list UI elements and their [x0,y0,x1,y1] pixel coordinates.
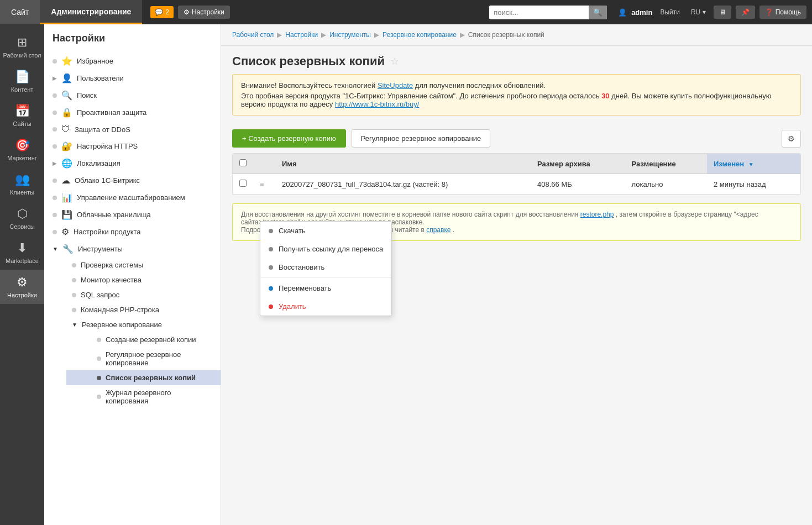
context-label-rename: Переименовать [279,284,331,292]
select-all-checkbox[interactable] [239,159,247,166]
context-menu-download[interactable]: Скачать [260,222,391,240]
nav-item-scale[interactable]: 📊 Управление масштабированием [44,189,221,206]
cloud-icon: ☁ [61,175,70,186]
nav-item-search[interactable]: 🔍 Поиск [44,87,221,104]
context-menu-restore[interactable]: Восстановить [260,258,391,276]
admin-tab[interactable]: Администрирование [40,0,142,24]
sidebar-item-marketplace[interactable]: ⬇ Marketplace [0,235,44,270]
sidebar-item-desktop[interactable]: ⊞ Рабочий стол [0,30,44,64]
context-menu-get-link[interactable]: Получить ссылку для переноса [260,240,391,258]
breadcrumb-settings[interactable]: Настройки [285,31,318,39]
row-size-cell: 408.66 МБ [531,174,625,195]
sidebar-item-settings[interactable]: ⚙ Настройки [0,270,44,304]
nav-item-product-settings[interactable]: ⚙ Настройки продукта [44,223,221,240]
marketing-label: Маркетинг [7,155,36,161]
scale-label: Управление масштабированием [77,193,185,202]
nav-item-create-backup[interactable]: Создание резервной копии [66,332,221,347]
breadcrumb-sep-1: ▶ [277,31,282,39]
user-area: 👤 admin Выйти RU ▾ 🖥 📌 ❓ Помощь [612,6,812,19]
settings-nav-button[interactable]: ⚙ Настройки [178,6,230,19]
settings-icon: ⚙ [17,275,28,290]
logout-button[interactable]: Выйти [657,6,683,18]
context-dot-restore [269,265,273,270]
context-label-delete: Удалить [279,302,306,311]
context-label-get-link: Получить ссылку для переноса [279,245,383,253]
marketplace-icon: ⬇ [17,241,27,255]
restore-php-link[interactable]: restore.php [580,211,614,218]
nav-dot-backup-log [97,395,101,399]
nav-dot-quality-monitor [72,278,76,282]
nav-item-tools[interactable]: ▼ 🔧 Инструменты [44,240,221,258]
nav-item-ddos[interactable]: 🛡 Защита от DDoS [44,121,221,138]
nav-item-backup-log[interactable]: Журнал резервного копирования [66,385,221,408]
nav-item-locale[interactable]: ▶ 🌐 Локализация [44,155,221,172]
nav-item-regular-backup[interactable]: Регулярное резервное копирование [66,347,221,370]
regular-backup-label: Регулярное резервное копирование [106,350,212,367]
breadcrumb-tools[interactable]: Инструменты [329,31,371,39]
page-header: Список резервных копий ☆ [221,46,812,74]
icon-sidebar: ⊞ Рабочий стол 📄 Контент 📅 Сайты 🎯 Марке… [0,24,44,525]
monitor-button[interactable]: 🖥 [714,6,731,19]
context-menu-delete[interactable]: Удалить [260,297,391,316]
nav-item-quality-monitor[interactable]: Монитор качества [55,272,221,287]
nav-item-sql-query[interactable]: SQL запрос [55,287,221,302]
nav-item-cloud-storage[interactable]: 💾 Облачные хранилища [44,206,221,223]
create-backup-button[interactable]: + Создать резервную копию [232,129,346,148]
row-location-cell: локально [625,174,707,195]
services-icon: ⬡ [17,207,28,221]
notifications-button[interactable]: 💬 2 [150,6,174,18]
alert-warning-text: Внимание! Воспользуйтесь технологией [241,81,375,90]
regular-backup-button[interactable]: Регулярное резервное копирование [352,129,490,148]
nav-item-favorites[interactable]: ⭐ Избранное [44,53,221,70]
sidebar-item-sites[interactable]: 📅 Сайты [0,98,44,133]
site-update-link[interactable]: SiteUpdate [378,81,413,90]
language-button[interactable]: RU ▾ [688,6,709,18]
context-menu: Скачать Получить ссылку для переноса Вос… [260,221,392,316]
gear-nav-icon: ⚙ [184,8,190,16]
user-icon: 👤 [618,8,627,17]
nav-item-system-check[interactable]: Проверка системы [55,258,221,272]
nav-item-backup-list[interactable]: Список резервных копий [66,370,221,385]
sites-label: Сайты [13,120,31,127]
nav-item-cloud[interactable]: ☁ Облако 1С-Битрикс [44,172,221,189]
alert-trial-days: 30 [601,92,609,100]
favorite-star-button[interactable]: ☆ [390,55,399,67]
nav-item-cmd-php[interactable]: Командная PHP-строка [55,302,221,317]
table-row: ≡ 20200727_080731_full_73da8104.tar.gz (… [233,174,800,195]
nav-item-https[interactable]: 🔐 Настройка HTTPS [44,138,221,155]
breadcrumb-desktop[interactable]: Рабочий стол [232,31,274,39]
nav-item-proactive[interactable]: 🔒 Проактивная защита [44,104,221,121]
context-menu-rename[interactable]: Переименовать [260,279,391,297]
search-input[interactable] [489,6,589,19]
row-drag-cell[interactable]: ≡ [253,174,275,195]
services-label: Сервисы [9,223,35,230]
sidebar-item-content[interactable]: 📄 Контент [0,64,44,98]
tools-icon: 🔧 [62,244,74,254]
doc-link[interactable]: справке [426,226,450,234]
pin-button[interactable]: 📌 [736,6,755,19]
row-checkbox[interactable] [239,180,247,187]
context-label-download: Скачать [279,227,306,235]
locale-icon: 🌐 [61,158,72,169]
row-name-cell: 20200727_080731_full_73da8104.tar.gz (ча… [275,174,531,195]
sidebar-item-marketing[interactable]: 🎯 Маркетинг [0,133,44,167]
buy-link[interactable]: http://www.1c-bitrix.ru/buy/ [335,100,419,108]
sidebar-item-services[interactable]: ⬡ Сервисы [0,201,44,235]
search-button[interactable]: 🔍 [589,6,607,19]
breadcrumb-backup[interactable]: Резервное копирование [383,31,457,39]
username-label: admin [631,8,652,17]
product-settings-label: Настройки продукта [74,228,141,236]
system-check-label: Проверка системы [81,261,143,269]
nav-item-users[interactable]: ▶ 👤 Пользователи [44,70,221,87]
site-tab[interactable]: Сайт [0,0,40,24]
quality-monitor-label: Монитор качества [81,276,142,284]
help-button[interactable]: ❓ Помощь [759,6,806,19]
gear-settings-button[interactable]: ⚙ [782,130,801,148]
settings-label: Настройки [7,292,37,298]
sidebar-item-clients[interactable]: 👥 Клиенты [0,167,44,201]
nav-item-backup[interactable]: ▼ Резервное копирование [55,317,221,332]
col-header-modified[interactable]: Изменен ▼ [707,154,800,174]
clients-icon: 👥 [15,172,30,187]
context-dot-download [269,229,273,233]
tools-label: Инструменты [78,245,123,253]
